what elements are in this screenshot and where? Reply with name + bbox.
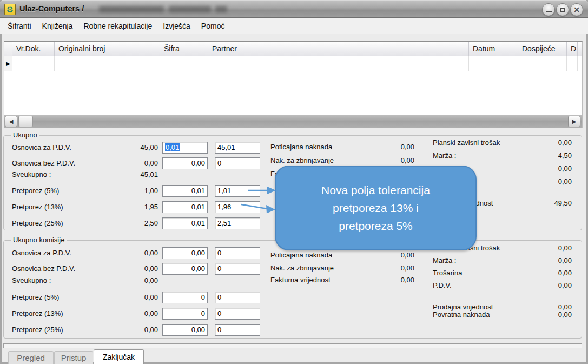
form-row-marza: Marža : 0,00: [433, 257, 572, 264]
menu-item-sifranti[interactable]: Šifranti: [2, 19, 37, 33]
total-input[interactable]: 0: [215, 292, 260, 303]
cell-dospijece[interactable]: [518, 56, 567, 71]
field-static-value: 2,50: [98, 217, 158, 229]
field-static-value: 0,00: [349, 143, 414, 151]
maximize-icon: [560, 8, 565, 12]
field-label: Poticajana naknada: [270, 143, 332, 151]
tab-pregled[interactable]: Pregled: [8, 351, 54, 364]
tab-pristup[interactable]: Pristup: [54, 351, 93, 364]
grid-header-d[interactable]: D: [567, 42, 578, 56]
tolerance-input[interactable]: 0,00: [162, 324, 208, 336]
total-input[interactable]: 45,01: [215, 142, 260, 154]
form-row-marza: Marža : 4,50: [433, 152, 572, 160]
field-static-value: 0,00: [98, 275, 158, 287]
field-static-value: 0,00: [518, 139, 572, 147]
maximize-button[interactable]: [556, 3, 569, 16]
form-row-osnovica-za-pdv: Osnovica za P.D.V. 45,00 0,01 45,01: [12, 142, 272, 154]
close-icon: ✕: [573, 6, 580, 14]
form-row-pretporez-5: Pretporez (5%) 0,00 0 0: [12, 292, 272, 303]
field-label: Nak. za zbrinjavanje: [270, 264, 334, 273]
scroll-right-button[interactable]: ▶: [568, 116, 580, 127]
field-label: Osnovica za P.D.V.: [12, 142, 71, 154]
close-button[interactable]: ✕: [570, 3, 583, 16]
redacted-text: [215, 6, 227, 12]
form-row-povratna: Povratna naknada 0,00: [433, 311, 572, 319]
app-window: ⚙ Ulaz-Computers / ✕ Šifranti Knjiženja …: [0, 0, 588, 364]
field-label: Sveukupno :: [12, 275, 51, 287]
tolerance-input[interactable]: 0,01: [162, 217, 208, 229]
field-label: Pretporez (13%): [12, 308, 63, 320]
field-label: Sveukupno :: [12, 169, 51, 181]
form-row-pretporez-13: Pretporez (13%) 0,00 0 0: [12, 308, 272, 320]
total-input[interactable]: 0: [215, 263, 260, 275]
menu-item-robne-rekapitulacije[interactable]: Robne rekapitulacije: [78, 19, 157, 33]
grid-header-dospijece[interactable]: Dospijeće: [518, 42, 567, 56]
scrollbar-thumb[interactable]: [18, 116, 33, 127]
field-static-value: 1,00: [98, 185, 158, 197]
tolerance-input[interactable]: 0,00: [162, 263, 208, 275]
total-input[interactable]: 0: [215, 157, 260, 169]
form-row-poticajana: Poticajana naknada 0,00: [270, 143, 417, 151]
grid-header-sifra[interactable]: Šifra: [160, 42, 208, 56]
field-static-value: 0,00: [98, 324, 158, 336]
tolerance-input[interactable]: 0: [162, 308, 208, 320]
grid-header-vrdok[interactable]: Vr.Dok.: [12, 42, 55, 56]
cell-vrdok[interactable]: [12, 56, 55, 71]
form-row-sveukupno: Sveukupno : 0,00: [12, 275, 272, 287]
form-row-trosarina: Trošarina 0,00: [433, 269, 572, 277]
tolerance-input[interactable]: 0,01: [162, 201, 208, 213]
total-input[interactable]: 1,96: [215, 201, 260, 213]
menu-item-knjizenja[interactable]: Knjiženja: [37, 19, 78, 33]
menu-item-izvjesca[interactable]: Izvješća: [157, 19, 196, 33]
field-static-value: 0,00: [98, 263, 158, 275]
form-row-pdv: P.D.V. 0,00: [433, 282, 572, 289]
field-static-value: 0,00: [518, 257, 572, 264]
tab-zakljucak[interactable]: Zaključak: [94, 349, 144, 364]
cell-datum[interactable]: [469, 56, 518, 71]
grid-header-selector: [4, 42, 12, 56]
form-row-osnovica-bez-pdv: Osnovica bez P.D.V. 0,00 0,00 0: [12, 157, 272, 169]
minimize-button[interactable]: [542, 3, 555, 16]
form-row-osnovica-bez-pdv: Osnovica bez P.D.V. 0,00 0,00 0: [12, 263, 272, 275]
scroll-left-button[interactable]: ◀: [5, 116, 17, 127]
form-row-zbrinjavanje: Nak. za zbrinjavanje 0,00: [270, 264, 417, 273]
table-row[interactable]: ▶: [4, 56, 582, 71]
field-label: Osnovica za P.D.V.: [12, 247, 71, 259]
cell-originalni[interactable]: [55, 56, 160, 71]
form-row-pretporez-25: Pretporez (25%) 0,00 0,00 0: [12, 324, 272, 336]
field-label: Planski zavisni trošak: [433, 139, 500, 147]
grid-header-datum[interactable]: Datum: [469, 42, 518, 56]
form-row-poticajana: Poticajana naknada 0,00: [270, 251, 417, 260]
field-static-value: 4,50: [518, 152, 572, 160]
cell-d[interactable]: [567, 56, 578, 71]
horizontal-scrollbar[interactable]: ◀ ▶: [4, 115, 582, 128]
menu-item-pomoc[interactable]: Pomoć: [196, 19, 230, 33]
field-static-value: 0,00: [349, 156, 414, 165]
tolerance-input[interactable]: 0,00: [162, 247, 208, 259]
total-input[interactable]: 0: [215, 308, 260, 320]
callout-bubble: Nova polja tolerancija pretporeza 13% i …: [275, 166, 477, 250]
field-static-value: 0,00: [518, 165, 572, 173]
field-label: Osnovica bez P.D.V.: [12, 157, 75, 169]
total-input[interactable]: 0: [215, 247, 260, 259]
total-input[interactable]: 2,51: [215, 217, 260, 229]
field-static-value: 0,00: [518, 282, 572, 289]
tolerance-input[interactable]: 0,01: [162, 185, 208, 197]
total-input[interactable]: 1,01: [215, 185, 260, 197]
grid-header-originalni[interactable]: Originalni broj: [55, 42, 160, 56]
field-static-value: 49,50: [518, 200, 572, 207]
form-row-fakturna: Fakturna vrijednost 0,00: [270, 276, 417, 284]
redacted-text: [99, 6, 164, 12]
tolerance-input[interactable]: 0: [162, 292, 208, 303]
cell-sifra[interactable]: [160, 56, 208, 71]
tolerance-input[interactable]: 0,00: [162, 157, 208, 169]
field-static-value: 0,00: [349, 251, 414, 260]
bottom-panel-strip: [3, 343, 582, 348]
tolerance-input[interactable]: 0,01: [162, 142, 208, 154]
grid-header: Vr.Dok. Originalni broj Šifra Partner Da…: [4, 42, 582, 56]
cell-partner[interactable]: [208, 56, 469, 71]
form-row-osnovica-za-pdv: Osnovica za P.D.V. 0,00 0,00 0: [12, 247, 272, 259]
total-input[interactable]: 0: [215, 324, 260, 336]
grid-header-partner[interactable]: Partner: [208, 42, 469, 56]
field-static-value: 0,00: [518, 244, 572, 252]
